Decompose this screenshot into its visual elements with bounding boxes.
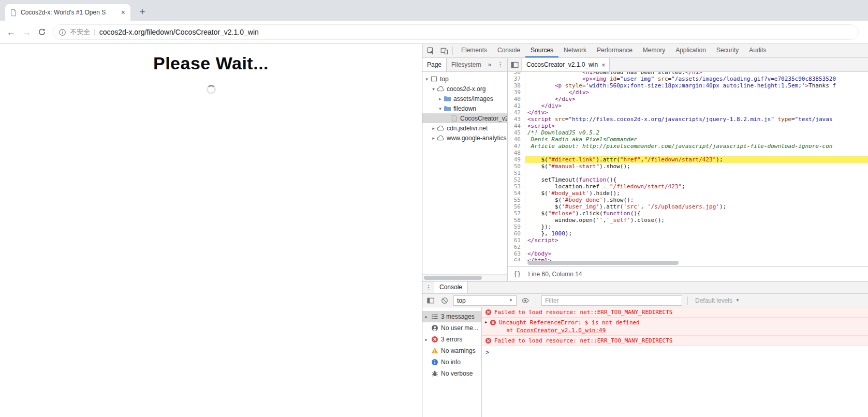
code-text: </div> (525, 102, 868, 109)
inspect-element-icon[interactable] (424, 44, 437, 57)
device-toolbar-icon[interactable] (437, 44, 451, 57)
overflow-tabs-icon[interactable]: » (486, 58, 493, 71)
navigator-hscrollbar[interactable] (422, 274, 507, 281)
drawer-menu-icon[interactable]: ⋮ (423, 281, 434, 293)
console-filter-3-errors[interactable]: ▸3 errors (422, 334, 481, 345)
scrollbar-thumb[interactable] (527, 261, 679, 265)
clear-console-button[interactable] (439, 296, 450, 305)
page-heading: Please Wait... (0, 53, 422, 73)
code-text: $("#direct-link").attr("href","/filedown… (525, 156, 868, 163)
console-filter-label: No info (441, 359, 461, 366)
security-label: 不安全 (70, 27, 90, 37)
chevron-right-icon[interactable]: ▸ (437, 96, 443, 101)
console-sidebar-toggle-icon[interactable] (425, 296, 436, 305)
devtools-tab-audits[interactable]: Audits (744, 44, 771, 57)
tree-item-top[interactable]: ▾top (422, 74, 507, 84)
log-levels-dropdown[interactable]: Default levels ▼ (693, 297, 742, 304)
chevron-down-icon[interactable]: ▾ (424, 77, 430, 82)
error-icon (485, 337, 492, 344)
code-line-54: 54 $('#body_wait').hide(); (508, 190, 868, 197)
tab-filesystem[interactable]: Filesystem (447, 58, 486, 71)
devtools-tab-security[interactable]: Security (711, 44, 744, 57)
tree-item-cdn-jsdelivr-net[interactable]: ▸cdn.jsdelivr.net (422, 123, 507, 133)
toggle-navigator-icon[interactable] (508, 58, 522, 71)
code-line-48: 48 (508, 150, 868, 156)
code-text: }); (525, 224, 868, 230)
tree-item-label: cocos2d-x.org (447, 85, 486, 93)
warning-icon (431, 347, 438, 354)
editor-file-tab[interactable]: CocosCreator_v2.1.0_win × (522, 58, 610, 71)
line-number: 62 (508, 244, 525, 250)
console-filter-3-messages[interactable]: ▸3 messages (422, 311, 481, 322)
error-icon (431, 336, 438, 343)
devtools-tab-console[interactable]: Console (492, 44, 525, 57)
console-filter-no-user-me[interactable]: No user me... (422, 322, 481, 334)
frame-icon (430, 76, 438, 82)
browser-tab[interactable]: Cocos2d-x: World's #1 Open S × (5, 4, 130, 21)
line-number: 38 (508, 82, 525, 89)
console-prompt[interactable]: > (482, 346, 868, 359)
console-filter-no-warnings[interactable]: No warnings (422, 345, 481, 356)
console-body: ▸3 messagesNo user me...▸3 errorsNo warn… (422, 307, 868, 417)
console-message: Failed to load resource: net::ERR_TOO_MA… (482, 307, 868, 318)
context-selector[interactable]: top ▼ (453, 295, 517, 306)
tree-item-cocoscreator-v2-1-0[interactable]: CocosCreator_v2.1.0 (422, 113, 507, 123)
chevron-down-icon[interactable]: ▾ (437, 106, 443, 111)
code-text: </div> (525, 89, 868, 96)
drawer-tab-console[interactable]: Console (434, 281, 468, 293)
eye-icon[interactable] (520, 296, 531, 305)
site-info-icon[interactable] (58, 28, 66, 36)
source-link[interactable]: CocosCreator_v2.1.0_win:49 (517, 327, 606, 334)
address-bar[interactable]: 不安全 | cocos2d-x.org/filedown/CocosCreato… (53, 24, 859, 40)
back-button[interactable]: ← (4, 25, 18, 39)
line-number: 48 (508, 150, 525, 156)
devtools-tab-sources[interactable]: Sources (525, 44, 558, 57)
tree-item-assets-images[interactable]: ▸assets/images (422, 94, 507, 103)
tree-item-filedown[interactable]: ▾filedown (422, 103, 507, 113)
line-number: 60 (508, 230, 525, 237)
chevron-right-icon[interactable]: ▸ (424, 337, 429, 342)
page-favicon-icon (9, 9, 17, 17)
chevron-right-icon[interactable]: ▸ (431, 136, 436, 141)
devtools-tab-application[interactable]: Application (670, 44, 711, 57)
devtools-tab-elements[interactable]: Elements (456, 44, 492, 57)
tree-item-www-google-analytics-co[interactable]: ▸www.google-analytics.co (422, 133, 507, 143)
new-tab-button[interactable]: + (136, 5, 149, 19)
devtools-tab-memory[interactable]: Memory (638, 44, 670, 57)
tab-page[interactable]: Page (422, 58, 447, 71)
code-area[interactable]: 36 <h1>Download has been started.</h1>37… (508, 72, 868, 261)
line-number: 59 (508, 224, 525, 230)
code-line-37: 37 <p><img id="user_img" src="/assets/im… (508, 76, 868, 82)
code-text: $("#manual-start").show(); (525, 163, 868, 170)
forward-button[interactable]: → (20, 25, 33, 39)
scrollbar-thumb[interactable] (424, 276, 482, 280)
code-line-49: 49 $("#direct-link").attr("href","/filed… (508, 156, 868, 163)
devtools-tab-performance[interactable]: Performance (592, 44, 638, 57)
navigator-menu-icon[interactable]: ⋮ (493, 58, 507, 71)
code-text: </div> (525, 109, 868, 116)
chevron-down-icon[interactable]: ▾ (431, 86, 436, 92)
code-text: Denis Radin aka PixelsCommander (525, 136, 868, 143)
console-filter-input[interactable] (541, 295, 682, 306)
stack-line: at CocosCreator_v2.1.0_win:49 (499, 326, 640, 334)
chevron-right-icon[interactable]: ▸ (424, 315, 429, 319)
folder-icon (444, 95, 451, 102)
file-tab-close-icon[interactable]: × (601, 61, 606, 69)
code-text: <p style='width:560px;font-size:18px;mar… (525, 82, 868, 89)
pretty-print-button[interactable]: {} (511, 270, 523, 279)
reload-button[interactable] (35, 25, 49, 39)
sources-panel: Page Filesystem » ⋮ ▾top▾cocos2d-x.org▸a… (422, 58, 868, 281)
line-number: 52 (508, 176, 525, 183)
devtools-tab-network[interactable]: Network (558, 44, 592, 57)
code-text: <script src="http://files.cocos2d-x.org/… (525, 116, 868, 123)
chevron-right-icon[interactable]: ▸ (431, 126, 436, 131)
devtools-tabs: ElementsConsoleSourcesNetworkPerformance… (456, 44, 772, 57)
code-text: <script> (525, 123, 868, 129)
editor-hscrollbar[interactable] (508, 260, 868, 266)
console-filter-no-info[interactable]: No info (422, 356, 481, 368)
tree-item-cocos2d-x-org[interactable]: ▾cocos2d-x.org (422, 84, 507, 94)
expand-arrow-icon[interactable]: ▶ (485, 320, 487, 324)
error-icon (485, 309, 492, 316)
console-filter-no-verbose[interactable]: No verbose (422, 368, 481, 379)
tab-close-icon[interactable]: × (120, 9, 126, 16)
